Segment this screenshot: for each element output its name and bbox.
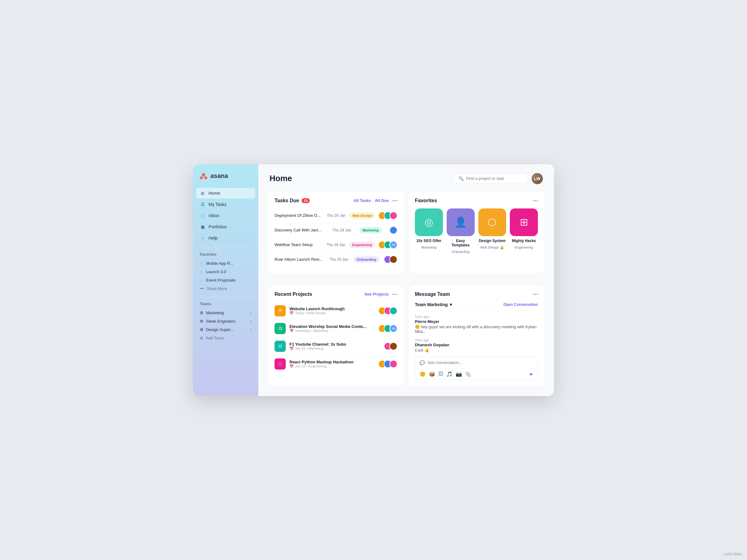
task-avatars [384, 256, 397, 264]
nav-label-portfolios: Portfolios [209, 224, 227, 229]
nav-item-help[interactable]: ○ Help [196, 233, 255, 243]
msg-text: 🙂 hey guys! we are kicking off with a di… [415, 324, 538, 334]
home-icon: ⊞ [200, 190, 205, 196]
search-input[interactable] [466, 176, 522, 181]
team-left-marketing: ⚙ Marketing [200, 311, 224, 315]
project-icon: ⟳ [275, 305, 286, 316]
team-selector[interactable]: Team Marketing ▾ [415, 302, 452, 307]
recent-projects-actions: See Projects [364, 292, 397, 296]
favorites-header: Favorites [415, 198, 538, 204]
sidebar-team-design[interactable]: ⚙ Design Super... ▾ [196, 325, 255, 334]
open-conversation-button[interactable]: Open Conversation [503, 302, 538, 307]
project-left: ⟳ Website Launch Runthrough 📅 Today • We… [275, 305, 344, 316]
favorites-dots[interactable] [533, 200, 538, 201]
fav-sub-seo: Marketing [421, 245, 436, 249]
task-row[interactable]: Roar Album Launch Revi... Thu 29 Jan Onb… [275, 252, 397, 267]
nav-item-mytasks[interactable]: ☰ My Tasks [196, 199, 255, 210]
recent-projects-section: Recent Projects See Projects ⟳ Website L… [268, 285, 404, 386]
sidebar-team-sleek[interactable]: ⚙ Sleek Engineers ▾ [196, 317, 255, 325]
task-date: Thu 29 Jan [330, 257, 348, 262]
message-team-header: Message Team [415, 292, 538, 297]
fav-card-design[interactable]: ⬡ Design System Web Design 🔒 [479, 209, 507, 254]
svg-point-1 [200, 176, 203, 179]
msg-subheader: Team Marketing ▾ Open Conversation [415, 302, 538, 307]
message-input-row[interactable]: 💬 [415, 357, 538, 369]
tasks-due-section: Tasks Due 15 All Tasks All Due Deploymen… [268, 192, 404, 273]
recent-projects-dots[interactable] [392, 294, 397, 295]
task-name: Deployment Of Zillow O... [275, 213, 323, 218]
divider [415, 311, 538, 311]
fav-title-templates: Easy Templates [447, 239, 475, 247]
message-input[interactable] [427, 360, 533, 365]
task-tag: Onboarding [354, 256, 379, 263]
emoji-icon[interactable]: 🙂 [419, 371, 426, 377]
fav-card-hacks[interactable]: ⊞ Mighty Hacks Engineering [510, 209, 538, 254]
fav-label-0: Mobile App R... [206, 261, 233, 266]
sidebar-logo: asana [193, 172, 258, 188]
task-row[interactable]: Webflow Team Setup Thu 29 Jan Engineerin… [275, 238, 397, 252]
main-header: Home 🔍 LW [258, 164, 554, 189]
project-row[interactable]: ⊙ F1 Youtube Channel: 3x Subs 📅 Jan 15 •… [275, 338, 397, 355]
svg-point-0 [202, 173, 205, 177]
project-meta: 📅 Today • Web Design [289, 311, 344, 315]
nav-label-inbox: Inbox [209, 213, 219, 218]
project-info: React Python Mashup Hackathon 📅 Jan 12 •… [289, 359, 354, 368]
show-more-button[interactable]: ••• Show More [196, 284, 255, 293]
fav-icon-design: ⬡ [488, 216, 496, 228]
sidebar-fav-mobileapp[interactable]: ☆ Mobile App R... [196, 259, 255, 268]
chevron-down-icon: ▾ [250, 311, 252, 315]
sidebar-team-marketing[interactable]: ⚙ Marketing ▾ [196, 309, 255, 317]
favorites-section: Favorites ◎ 10x SEO Offer Marketing [409, 192, 544, 273]
avatar [389, 360, 397, 368]
team-icon-marketing: ⚙ [200, 311, 204, 315]
bottom-grid: Recent Projects See Projects ⟳ Website L… [258, 283, 554, 396]
star-icon-2: ☆ [200, 269, 204, 274]
fav-icon-hacks: ⊞ [520, 216, 528, 228]
image-icon[interactable]: 🖼 [438, 371, 443, 377]
search-bar[interactable]: 🔍 [453, 173, 528, 184]
sidebar-fav-launch[interactable]: ☆ Launch 3.0 [196, 268, 255, 276]
project-avatars: +3 [378, 324, 397, 332]
message-team-dots[interactable] [533, 294, 538, 295]
project-row[interactable]: ⊙ Elevation Worship Social Media Conte..… [275, 320, 397, 338]
nav-item-portfolios[interactable]: ▣ Portfolios [196, 221, 255, 232]
show-more-dots: ••• [200, 286, 204, 291]
all-due-link[interactable]: All Due [375, 198, 389, 203]
fav-icon-templates: 👤 [455, 216, 467, 228]
header-right: 🔍 LW [453, 173, 543, 184]
star-icon-3: ☆ [200, 278, 204, 283]
nav-item-home[interactable]: ⊞ Home [196, 188, 255, 198]
sidebar-fav-event[interactable]: ☆ Event Proposals [196, 276, 255, 284]
chevron-down-icon-3: ▾ [250, 328, 252, 331]
project-left: ☆ React Python Mashup Hackathon 📅 Jan 12… [275, 358, 354, 370]
instagram-icon[interactable]: 📷 [456, 371, 462, 377]
tiktok-icon[interactable]: 🎵 [446, 371, 453, 377]
sidebar: asana ⊞ Home ☰ My Tasks ⬚ Inbox ▣ Portfo… [193, 164, 258, 396]
attach-icon[interactable]: 📎 [465, 371, 471, 377]
nav-item-inbox[interactable]: ⬚ Inbox [196, 210, 255, 221]
gif-icon[interactable]: 📦 [429, 371, 435, 377]
user-avatar[interactable]: LW [532, 173, 543, 184]
send-button[interactable]: ➤ [529, 371, 533, 377]
inbox-icon: ⬚ [200, 213, 205, 218]
recent-projects-title: Recent Projects [275, 292, 312, 297]
project-name: Elevation Worship Social Media Conte... [289, 324, 366, 329]
user-avatar-inner: LW [532, 173, 543, 184]
task-row[interactable]: Deployment Of Zillow O... Thu 29 Jan Web… [275, 209, 397, 223]
task-name: Discovery Call With Jani... [275, 228, 324, 232]
task-row[interactable]: Discovery Call With Jani... Thu 29 Jan M… [275, 223, 397, 238]
fav-card-templates[interactable]: 👤 Easy Templates Onboarding [447, 209, 475, 254]
tasks-due-badge: 15 [302, 198, 310, 203]
all-tasks-link[interactable]: All Tasks [354, 198, 371, 203]
project-row[interactable]: ⟳ Website Launch Runthrough 📅 Today • We… [275, 302, 397, 320]
favorites-grid: ◎ 10x SEO Offer Marketing 👤 Easy Templat… [415, 209, 538, 254]
message-tools: 🙂 📦 🖼 🎵 📷 📎 [419, 371, 471, 377]
fav-card-seo[interactable]: ◎ 10x SEO Offer Marketing [415, 209, 443, 254]
message-bubble-0: 5min ago Pierre Meyer 🙂 hey guys! we are… [415, 315, 538, 334]
project-row[interactable]: ☆ React Python Mashup Hackathon 📅 Jan 12… [275, 355, 397, 373]
add-team-button[interactable]: ⊕ Add Team [196, 334, 255, 342]
calendar-icon: 📅 [289, 347, 294, 351]
chevron-down-icon-msg: ▾ [450, 302, 452, 307]
tasks-due-dots[interactable] [392, 200, 397, 201]
see-projects-link[interactable]: See Projects [364, 292, 389, 296]
